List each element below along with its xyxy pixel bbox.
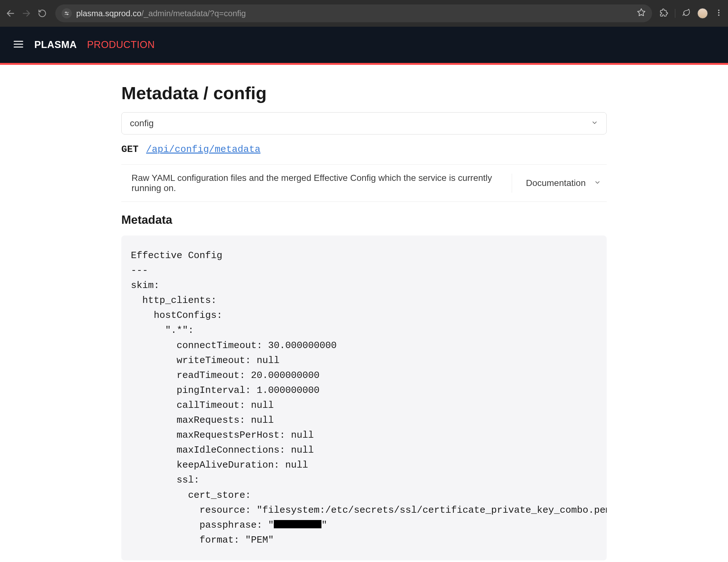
chevron-down-icon <box>594 179 601 187</box>
extensions-icon[interactable] <box>660 9 668 18</box>
api-endpoint: GET /api/config/metadata <box>121 144 607 165</box>
api-method: GET <box>121 144 138 155</box>
forward-button[interactable] <box>21 8 32 19</box>
code-content-prefix: Effective Config --- skim: http_clients:… <box>131 250 607 531</box>
documentation-dropdown[interactable]: Documentation <box>512 173 607 193</box>
kebab-menu-icon[interactable] <box>715 9 723 18</box>
chevron-down-icon <box>591 118 598 128</box>
svg-point-5 <box>67 14 68 15</box>
svg-point-8 <box>718 12 719 13</box>
api-path-link[interactable]: /api/config/metadata <box>146 144 260 155</box>
svg-marker-6 <box>637 9 645 16</box>
site-settings-icon[interactable] <box>62 8 72 18</box>
description-row: Raw YAML configuration files and the mer… <box>121 165 607 202</box>
divider <box>675 9 675 18</box>
chrome-controls-right <box>660 8 723 18</box>
metadata-select[interactable]: config <box>121 112 607 134</box>
config-code-block: Effective Config --- skim: http_clients:… <box>121 235 607 560</box>
app-title: PLASMA <box>34 39 77 51</box>
svg-point-7 <box>718 10 719 11</box>
redacted-passphrase <box>274 520 321 528</box>
url-host: plasma.sqprod.co <box>76 9 141 18</box>
bookmark-icon[interactable] <box>637 8 646 19</box>
url-path: /_admin/metadata/?q=config <box>141 9 246 18</box>
browser-chrome: plasma.sqprod.co/_admin/metadata/?q=conf… <box>0 0 728 27</box>
main-content: Metadata / config config GET /api/config… <box>62 65 666 562</box>
leaf-icon[interactable] <box>682 9 691 18</box>
page-title: Metadata / config <box>121 83 607 103</box>
profile-avatar[interactable] <box>698 8 708 18</box>
hamburger-menu-icon[interactable] <box>13 38 24 51</box>
app-header: PLASMA PRODUCTION <box>0 27 728 65</box>
svg-point-4 <box>65 12 66 13</box>
nav-controls <box>5 8 48 19</box>
url-bar[interactable]: plasma.sqprod.co/_admin/metadata/?q=conf… <box>55 4 652 22</box>
svg-point-9 <box>718 14 719 16</box>
documentation-label: Documentation <box>526 178 586 188</box>
back-button[interactable] <box>5 8 16 19</box>
environment-badge: PRODUCTION <box>87 39 155 51</box>
url-text: plasma.sqprod.co/_admin/metadata/?q=conf… <box>76 9 632 18</box>
section-title: Metadata <box>121 213 607 227</box>
description-text: Raw YAML configuration files and the mer… <box>131 173 512 193</box>
reload-button[interactable] <box>37 8 48 19</box>
select-value: config <box>130 118 154 128</box>
